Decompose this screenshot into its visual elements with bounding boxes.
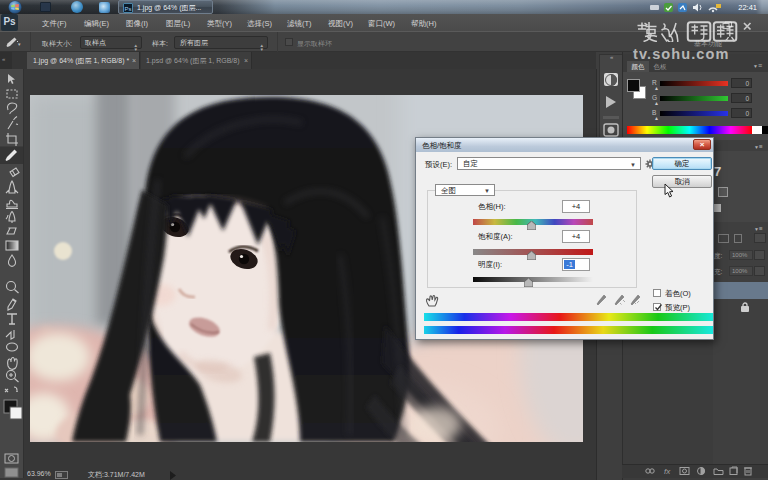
svg-text:fx: fx xyxy=(664,467,671,476)
